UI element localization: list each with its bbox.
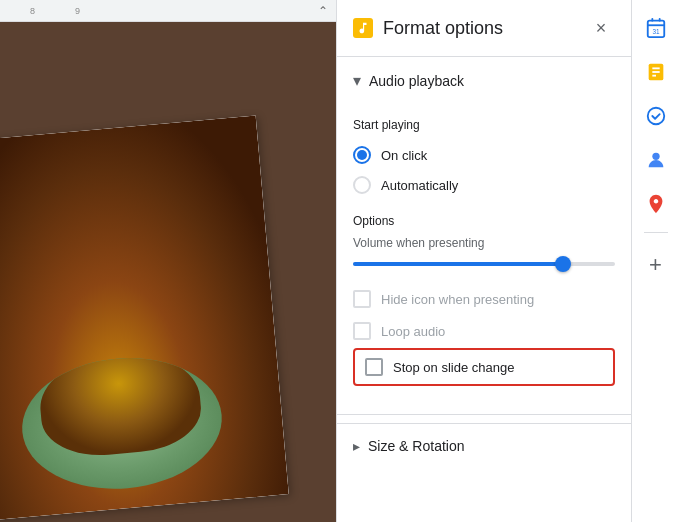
stop-on-change-highlighted[interactable]: Stop on slide change [353,348,615,386]
add-sidebar-button[interactable]: + [636,245,676,285]
on-click-radio[interactable]: On click [353,142,615,168]
ruler-marks: 8 9 [20,6,80,16]
start-playing-radio-group: On click Automatically [353,142,615,198]
on-click-radio-circle [353,146,371,164]
maps-icon[interactable] [636,184,676,224]
svg-text:31: 31 [652,28,660,35]
hide-icon-label: Hide icon when presenting [381,292,534,307]
loop-audio-label: Loop audio [381,324,445,339]
automatically-radio-circle [353,176,371,194]
format-options-panel: Format options × ▾ Audio playback Start … [336,0,631,522]
audio-playback-label: Audio playback [369,73,464,89]
loop-audio-checkbox[interactable]: Loop audio [353,318,615,344]
stop-on-change-label: Stop on slide change [393,360,514,375]
options-checkbox-group: Hide icon when presenting Loop audio [353,286,615,344]
panel-title: Format options [383,18,577,39]
automatically-label: Automatically [381,178,458,193]
volume-slider-container[interactable] [353,258,615,282]
automatically-radio[interactable]: Automatically [353,172,615,198]
sidebar-divider [644,232,668,233]
svg-point-7 [652,153,659,160]
section-divider [337,414,631,415]
volume-slider-thumb [555,256,571,272]
size-rotation-section[interactable]: ▸ Size & Rotation [337,423,631,468]
pie-crust [36,350,204,460]
right-sidebar: 31 + [631,0,679,522]
loop-audio-checkbox-box [353,322,371,340]
pie-image [0,116,289,522]
stop-on-change-checkbox-box [365,358,383,376]
slide-area: 8 9 ⌃ [0,0,336,522]
on-click-label: On click [381,148,427,163]
svg-point-6 [647,108,664,125]
start-playing-label: Start playing [353,118,615,132]
calendar-icon[interactable]: 31 [636,8,676,48]
volume-label: Volume when presenting [353,236,615,250]
audio-panel-icon [353,18,373,38]
options-label: Options [353,214,615,228]
ruler: 8 9 ⌃ [0,0,336,22]
audio-playback-section-header[interactable]: ▾ Audio playback [337,57,631,104]
hide-icon-checkbox[interactable]: Hide icon when presenting [353,286,615,312]
volume-slider-track [353,262,615,266]
panel-header: Format options × [337,0,631,57]
ruler-mark-9: 9 [75,6,80,16]
notes-icon[interactable] [636,52,676,92]
size-rotation-chevron-icon: ▸ [353,438,360,454]
size-rotation-label: Size & Rotation [368,438,465,454]
ruler-mark-8: 8 [30,6,35,16]
audio-playback-content: Start playing On click Automatically Opt… [337,104,631,406]
chevron-up-icon[interactable]: ⌃ [318,4,328,18]
volume-slider-fill [353,262,563,266]
tasks-icon[interactable] [636,96,676,136]
contacts-icon[interactable] [636,140,676,180]
close-button[interactable]: × [587,14,615,42]
section-chevron-icon: ▾ [353,71,361,90]
pie-plate [17,350,228,497]
slide-content [0,22,336,522]
hide-icon-checkbox-box [353,290,371,308]
pie-photo [0,116,289,522]
